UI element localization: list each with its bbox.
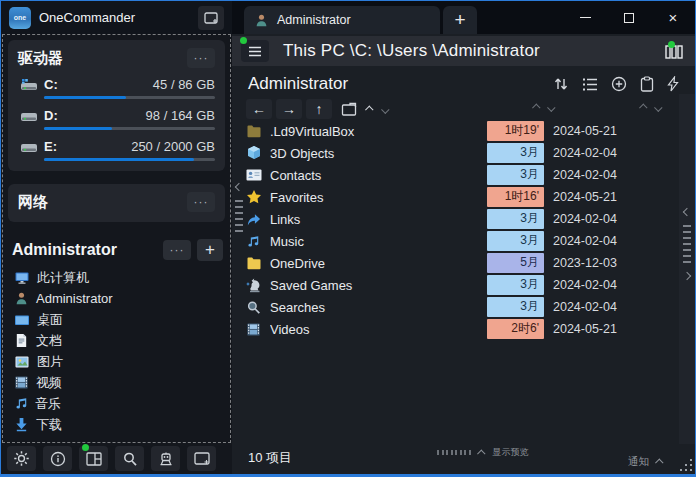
view-list-icon[interactable] bbox=[582, 77, 598, 92]
close-button[interactable]: × bbox=[651, 1, 695, 34]
splitter-handle[interactable] bbox=[683, 225, 691, 263]
network-menu-button[interactable]: ··· bbox=[187, 192, 215, 212]
drive-icon bbox=[18, 78, 40, 92]
file-date: 2024-02-04 bbox=[544, 278, 618, 292]
file-row[interactable]: Favorites 1时16' 2024-05-21 bbox=[246, 186, 618, 208]
clipboard-icon[interactable] bbox=[640, 76, 654, 92]
preview-drag-handle[interactable] bbox=[437, 450, 471, 455]
file-age-badge: 1时16' bbox=[487, 187, 544, 207]
sidebar-item-label: 图片 bbox=[37, 353, 63, 371]
automation-button[interactable] bbox=[151, 446, 180, 471]
chevron-up-icon bbox=[639, 103, 647, 111]
sidebar-item-music[interactable]: 音乐 bbox=[12, 393, 223, 414]
columns-view-button[interactable] bbox=[665, 43, 683, 59]
film-icon bbox=[246, 321, 263, 338]
chevron-right-icon bbox=[683, 272, 691, 280]
search-icon bbox=[122, 451, 138, 467]
splitter-handle[interactable] bbox=[235, 200, 243, 232]
new-tab-button[interactable]: + bbox=[443, 6, 477, 34]
add-circle-icon[interactable] bbox=[611, 76, 627, 92]
file-panel: This PC \C: \Users \Administrator Admini… bbox=[232, 34, 695, 474]
file-row[interactable]: Videos 2时6' 2024-05-21 bbox=[246, 318, 618, 340]
app-title: OneCommander bbox=[39, 10, 135, 25]
preview-toggle[interactable]: 显示预览 bbox=[437, 446, 529, 459]
breadcrumb-bar: This PC \C: \Users \Administrator bbox=[232, 36, 695, 66]
drives-section-title: 驱动器 bbox=[18, 49, 63, 68]
items-count: 10 项目 bbox=[248, 449, 292, 467]
expand-all-button[interactable] bbox=[383, 106, 389, 112]
search-button[interactable] bbox=[115, 446, 144, 471]
sidebar-item-videos[interactable]: 视频 bbox=[12, 372, 223, 393]
maximize-button[interactable] bbox=[607, 1, 651, 34]
gear-icon bbox=[13, 450, 30, 467]
drive-icon bbox=[18, 140, 40, 154]
chevron-down-icon bbox=[547, 103, 555, 111]
drive-row-c[interactable]: C: 45 / 86 GB bbox=[18, 77, 215, 92]
date-column-sort[interactable] bbox=[641, 104, 662, 110]
left-panel-splitter[interactable] bbox=[233, 184, 245, 242]
game-knight-icon bbox=[246, 277, 263, 294]
file-row[interactable]: Searches 3月 2024-02-04 bbox=[246, 296, 618, 318]
hidden-folder-icon bbox=[246, 123, 263, 140]
sidebar-item-documents[interactable]: 文档 bbox=[12, 330, 223, 351]
sidebar-item-label: 此计算机 bbox=[37, 269, 89, 287]
sidebar-item-administrator[interactable]: Administrator bbox=[12, 288, 223, 309]
dual-pane-button[interactable] bbox=[79, 446, 108, 471]
tab-label: Administrator bbox=[277, 13, 351, 27]
sidebar-item-downloads[interactable]: 下载 bbox=[12, 414, 223, 435]
forward-button[interactable]: → bbox=[276, 99, 302, 119]
breadcrumb-path[interactable]: This PC \C: \Users \Administrator bbox=[283, 41, 540, 61]
drive-usage: 45 / 86 GB bbox=[153, 77, 215, 92]
sidebar-drop-area: 驱动器 ··· C: 45 / 86 GB D: 98 / 164 GB bbox=[2, 34, 231, 443]
panel-menu-button[interactable] bbox=[241, 40, 269, 62]
sidebar-item-label: 文档 bbox=[36, 332, 62, 350]
add-favorite-button[interactable]: + bbox=[197, 239, 223, 261]
file-age-badge: 3月 bbox=[487, 297, 544, 317]
file-row[interactable]: Music 3月 2024-02-04 bbox=[246, 230, 618, 252]
minimize-button[interactable] bbox=[563, 1, 607, 34]
back-button[interactable]: ← bbox=[246, 99, 272, 119]
file-list: .Ld9VirtualBox 1时19' 2024-05-21 3D Objec… bbox=[246, 120, 618, 340]
sidebar-item-this-pc[interactable]: 此计算机 bbox=[12, 267, 223, 288]
drive-usage-bar bbox=[44, 96, 215, 99]
tab-administrator[interactable]: Administrator bbox=[244, 6, 440, 34]
window-plus-icon bbox=[204, 12, 218, 24]
file-date: 2024-05-21 bbox=[544, 190, 618, 204]
new-window-button-bottom[interactable] bbox=[187, 446, 216, 471]
panel-header: Administrator bbox=[232, 70, 695, 98]
open-folder-button[interactable] bbox=[341, 102, 357, 116]
folder-open-icon bbox=[341, 102, 357, 116]
file-age-badge: 3月 bbox=[487, 143, 544, 163]
sidebar-item-desktop[interactable]: 桌面 bbox=[12, 309, 223, 330]
user-section-title: Administrator bbox=[12, 241, 117, 259]
collapse-all-button[interactable] bbox=[367, 106, 373, 112]
drives-menu-button[interactable]: ··· bbox=[187, 48, 215, 68]
right-panel-splitter[interactable] bbox=[679, 94, 695, 444]
notifications-toggle[interactable]: 通知 bbox=[628, 455, 663, 469]
settings-button[interactable] bbox=[7, 446, 36, 471]
resize-grip[interactable] bbox=[679, 458, 693, 472]
close-icon: × bbox=[669, 10, 678, 25]
new-window-button[interactable] bbox=[198, 6, 224, 30]
badge-column-sort[interactable] bbox=[534, 104, 555, 110]
sort-icon[interactable] bbox=[553, 76, 569, 92]
file-name: Music bbox=[270, 234, 487, 249]
up-button[interactable]: ↑ bbox=[306, 99, 332, 119]
sidebar-item-pictures[interactable]: 图片 bbox=[12, 351, 223, 372]
file-row[interactable]: 3D Objects 3月 2024-02-04 bbox=[246, 142, 618, 164]
notifications-label: 通知 bbox=[628, 455, 649, 469]
lightning-icon[interactable] bbox=[667, 76, 679, 92]
drive-row-e[interactable]: E: 250 / 2000 GB bbox=[18, 139, 215, 154]
info-button[interactable] bbox=[43, 446, 72, 471]
drive-row-d[interactable]: D: 98 / 164 GB bbox=[18, 108, 215, 123]
file-name: OneDrive bbox=[270, 256, 487, 271]
file-row[interactable]: OneDrive 5月 2023-12-03 bbox=[246, 252, 618, 274]
file-name: Favorites bbox=[270, 190, 487, 205]
chevron-down-icon bbox=[381, 105, 389, 113]
user-menu-button[interactable]: ··· bbox=[163, 240, 191, 260]
file-row[interactable]: Links 3月 2024-02-04 bbox=[246, 208, 618, 230]
file-row[interactable]: Saved Games 3月 2024-02-04 bbox=[246, 274, 618, 296]
file-row[interactable]: .Ld9VirtualBox 1时19' 2024-05-21 bbox=[246, 120, 618, 142]
file-row[interactable]: Contacts 3月 2024-02-04 bbox=[246, 164, 618, 186]
file-age-badge: 2时6' bbox=[487, 319, 544, 339]
